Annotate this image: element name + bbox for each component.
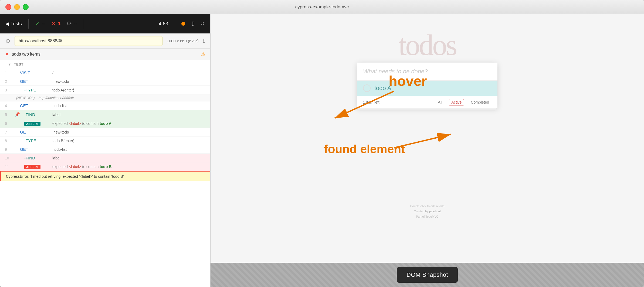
todo-app-container: What needs to be done? todo A 1 item lef… — [357, 63, 497, 108]
table-row[interactable]: 10 -FIND label — [0, 154, 210, 162]
minimize-button[interactable] — [14, 4, 20, 10]
test-fail-icon: ✕ — [5, 51, 9, 57]
row-value: label — [52, 112, 60, 117]
table-row[interactable]: 7 GET .new-todo — [0, 128, 210, 136]
row-number: 4 — [5, 104, 15, 108]
viewport-info: 1000 x 660 (62%) — [167, 39, 199, 43]
footer-line-2: Created by petehunt — [410, 209, 445, 214]
app-shadow-2 — [360, 110, 495, 111]
spinner-icon: ⟳ — [67, 20, 72, 27]
row-number: 8 — [5, 139, 15, 143]
row-number: 10 — [5, 156, 15, 160]
filter-all-button[interactable]: All — [436, 99, 445, 105]
title-bar: cypress-example-todomvc — [0, 0, 644, 14]
window-title: cypress-example-todomvc — [295, 4, 349, 10]
fail-stat: ✕ 1 — [51, 20, 60, 27]
back-button[interactable]: ◀ Tests — [5, 21, 22, 27]
row-command: -TYPE — [20, 88, 52, 92]
error-text: CypressError: Timed out retrying: expect… — [6, 174, 124, 179]
bottom-bar: DOM Snapshot — [211, 263, 644, 287]
row-command: -FIND — [20, 156, 52, 160]
footer-line-1: Double-click to edit a todo — [410, 204, 445, 209]
todo-count: 1 item left — [363, 100, 431, 104]
table-row[interactable]: 8 -TYPE todo B{enter} — [0, 136, 210, 145]
new-url-value: http://localhost:8888/#/ — [39, 96, 74, 100]
row-value: label — [52, 156, 60, 160]
check-icon: ✓ — [35, 20, 40, 27]
row-command: ASSERT — [20, 121, 52, 126]
pass-stat: ✓ -- — [35, 20, 45, 27]
table-row[interactable]: 6 ASSERT expected <label> to contain tod… — [0, 119, 210, 128]
maximize-button[interactable] — [23, 4, 29, 10]
row-number: 2 — [5, 79, 15, 84]
row-number: 1 — [5, 71, 15, 75]
row-value: .todo-list li — [52, 104, 69, 108]
row-command: GET — [20, 103, 52, 108]
test-title: adds two items — [12, 52, 40, 57]
traffic-lights — [5, 4, 29, 10]
author-link[interactable]: petehunt — [429, 210, 441, 213]
row-value: todo A{enter} — [52, 88, 74, 92]
todo-list: todo A — [357, 81, 497, 96]
row-value: / — [52, 71, 53, 75]
fail-count: 1 — [58, 21, 60, 26]
filter-active-button[interactable]: Active — [449, 99, 464, 105]
row-number: 11 — [5, 165, 15, 169]
table-row[interactable]: 4 GET .todo-list li — [0, 101, 210, 110]
table-row[interactable]: 5 📌 -FIND label — [0, 110, 210, 119]
row-command: GET — [20, 130, 52, 134]
crosshair-icon[interactable]: ⊕ — [5, 37, 10, 45]
row-value: .new-todo — [52, 79, 69, 84]
row-command: VISIT — [20, 70, 52, 75]
row-value: .new-todo — [52, 130, 69, 134]
list-item: todo A — [357, 81, 497, 96]
toolbar-separator-2 — [84, 19, 84, 29]
todos-title: todos — [398, 30, 456, 60]
row-command: GET — [20, 79, 52, 84]
pass-count: -- — [42, 21, 45, 26]
dom-snapshot-button[interactable]: DOM Snapshot — [397, 267, 458, 283]
row-number: 6 — [5, 121, 15, 126]
todo-input-area[interactable]: What needs to be done? — [357, 63, 497, 81]
row-value: .todo-list li — [52, 147, 69, 152]
app-window: cypress-example-todomvc ◀ Tests ✓ -- ✕ 1 — [0, 0, 644, 287]
left-panel: ◀ Tests ✓ -- ✕ 1 ⟳ -- 4.63 — [0, 14, 211, 287]
assert-badge: ASSERT — [24, 122, 40, 126]
todomvc-background: todos What needs to be done? todo A — [211, 14, 644, 263]
info-icon: ℹ — [203, 38, 205, 44]
todo-footer: 1 item left All Active Completed — [357, 96, 497, 108]
todomvc-footer: Double-click to edit a todo Created by p… — [410, 204, 445, 220]
status-dot — [181, 22, 185, 26]
cursor-icon: 𝕀 — [192, 20, 194, 27]
address-bar-row: ⊕ http://localhost:8888/#/ 1000 x 660 (6… — [0, 33, 210, 49]
browser-preview: todos What needs to be done? todo A — [211, 14, 644, 263]
table-row[interactable]: 9 GET .todo-list li — [0, 145, 210, 154]
table-row[interactable]: 2 GET .new-todo — [0, 77, 210, 86]
row-command: GET — [20, 147, 52, 152]
url-sub-row: (NEW URL) http://localhost:8888/#/ — [0, 94, 210, 101]
group-name: TEST — [14, 62, 23, 66]
pending-count: -- — [74, 21, 77, 26]
close-button[interactable] — [5, 4, 11, 10]
toolbar: ◀ Tests ✓ -- ✕ 1 ⟳ -- 4.63 — [0, 14, 210, 33]
back-label: ◀ Tests — [5, 21, 22, 27]
test-time: 4.63 — [159, 21, 168, 27]
test-header[interactable]: ✕ adds two items ⚠ — [0, 49, 210, 60]
reload-icon[interactable]: ↺ — [200, 20, 205, 27]
test-list: ✕ adds two items ⚠ ▾ TEST 1 VISIT / — [0, 49, 210, 287]
row-value: expected <label> to contain todo B — [52, 165, 111, 169]
filter-completed-button[interactable]: Completed — [468, 99, 492, 105]
todo-item-text: todo A — [374, 85, 391, 92]
row-value: expected <label> to contain todo A — [52, 121, 111, 126]
table-row[interactable]: 11 ASSERT expected <label> to contain to… — [0, 162, 210, 171]
url-text: http://localhost:8888/#/ — [19, 39, 62, 43]
table-row[interactable]: 1 VISIT / — [0, 69, 210, 77]
table-row[interactable]: 3 -TYPE todo A{enter} — [0, 86, 210, 94]
todo-checkbox[interactable] — [363, 84, 371, 92]
todo-app-card: What needs to be done? todo A 1 item lef… — [357, 63, 497, 108]
x-icon: ✕ — [51, 20, 56, 27]
pin-icon: 📌 — [15, 112, 20, 117]
new-url-label: NEW URL — [17, 96, 33, 100]
address-bar[interactable]: http://localhost:8888/#/ — [15, 36, 162, 46]
row-command: ASSERT — [20, 164, 52, 169]
